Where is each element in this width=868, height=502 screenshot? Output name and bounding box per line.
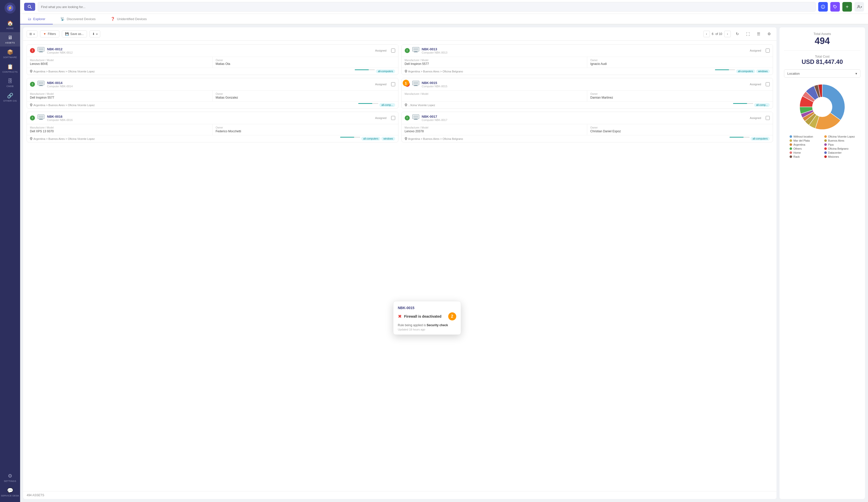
tab-unidentified[interactable]: ❓ Unidentified Devices [103, 14, 154, 24]
asset-card[interactable]: ! NBK-0016 Computer NBK-0016 Assigned Ma… [27, 112, 399, 142]
card-checkbox[interactable] [391, 82, 395, 86]
card-location: Argentina > Buenos Aires > Oficina Belgr… [405, 137, 463, 140]
tooltip-title: NBK-0015 [398, 306, 456, 310]
card-checkbox[interactable] [766, 82, 770, 86]
software-icon: 📦 [7, 49, 13, 55]
view-toggle-button[interactable]: ⊞ ▾ [27, 30, 38, 38]
card-title-wrap: NBK-0014 Computer NBK-0014 [47, 81, 373, 88]
list-view-button[interactable]: ☰ [754, 30, 762, 38]
sidebar-item-contracts[interactable]: 📋 CONTRACTS [0, 61, 20, 76]
card-footer: Argentina > Buenos Aires > Oficina Belgr… [402, 135, 773, 142]
asset-card[interactable]: ! NBK-0017 Computer NBK-0017 Assigned Ma… [401, 112, 773, 142]
app-logo: ⚡ [4, 2, 16, 13]
sidebar-item-software[interactable]: 📦 SOFTWARE [0, 47, 20, 61]
pagination: ‹ 6 of 10 › [703, 31, 731, 37]
asset-card[interactable]: ! NBK-0014 Computer NBK-0014 Assigned Ma… [27, 78, 399, 109]
card-checkbox[interactable] [391, 49, 395, 53]
card-header: ! NBK-0013 Computer NBK-0013 Assigned [402, 44, 773, 57]
grid-settings-button[interactable]: ⚙ [765, 30, 773, 38]
refresh-button[interactable]: ↻ [733, 30, 741, 38]
sidebar-item-cmdb[interactable]: 🗄 CMDB [0, 76, 20, 90]
svg-rect-30 [414, 119, 417, 119]
sidebar-label-service-desk: SERVICE DESK [1, 494, 19, 497]
user-button[interactable]: ▾ [855, 2, 864, 12]
card-status: Assigned [375, 83, 386, 86]
save-as-button[interactable]: 💾 Save as... [62, 30, 87, 38]
legend-item: Rack [789, 155, 820, 158]
legend-label: Datacenter [828, 151, 841, 154]
tag-bar [358, 103, 378, 104]
nav-tabs: 🗂 Explorer 📡 Discovered Devices ❓ Uniden… [20, 14, 868, 24]
asset-card[interactable]: ! 1 NBK-0015 Computer NBK-0015 Assigned … [401, 78, 773, 109]
tab-explorer[interactable]: 🗂 Explorer [20, 14, 53, 24]
legend-item: Oficina Belgrano [824, 147, 855, 150]
svg-rect-14 [414, 51, 417, 52]
asset-count-label: ASSETS [32, 493, 44, 497]
content-area: ⊞ ▾ ▼ Filters 💾 Save as... ⬇ ▾ ‹ [20, 24, 868, 502]
pie-chart-wrap: Without locationOficina Vicente LopezMar… [784, 82, 860, 158]
asset-tag: all-comp... [754, 103, 770, 107]
search-icon-button[interactable] [24, 3, 35, 11]
asset-tag: all-computers [376, 69, 395, 73]
legend-label: Buenos Aires [828, 139, 844, 142]
right-panel: Total Assets 494 Total Cost USD 81,447.4… [779, 28, 865, 499]
filters-label: Filters [48, 32, 56, 36]
tag-bar [355, 69, 375, 70]
legend-item: Argentina [789, 143, 820, 146]
sidebar-item-service-desk[interactable]: 💬 SERVICE DESK [0, 485, 20, 500]
legend-dot [789, 135, 792, 138]
download-icon: ⬇ [92, 32, 95, 36]
other-cis-icon: 🔗 [7, 93, 13, 99]
card-tags: all-comp... [358, 103, 395, 107]
card-checkbox[interactable] [391, 116, 395, 120]
card-footer: ...ficina Vicente Lopez all-comp... [402, 101, 773, 109]
service-desk-icon: 💬 [7, 488, 13, 493]
prev-page-button[interactable]: ‹ [703, 31, 710, 37]
tab-discovered[interactable]: 📡 Discovered Devices [53, 14, 103, 24]
card-status: Assigned [750, 83, 761, 86]
filters-button[interactable]: ▼ Filters [40, 30, 59, 38]
owner-label: Owner [590, 59, 770, 62]
sidebar-label-software: SOFTWARE [3, 56, 17, 59]
card-status: Assigned [750, 116, 761, 120]
device-icon [38, 81, 44, 88]
tag-button[interactable] [830, 2, 840, 12]
asset-card[interactable]: ! NBK-0013 Computer NBK-0013 Assigned Ma… [401, 44, 773, 75]
pie-chart [797, 82, 847, 132]
svg-line-3 [30, 8, 32, 9]
sidebar-item-other-cis[interactable]: 🔗 OTHER CIs [0, 90, 20, 105]
asset-tag: windows [381, 137, 395, 141]
svg-rect-27 [39, 119, 43, 120]
tag-bar [340, 137, 360, 137]
search-input[interactable] [41, 5, 813, 9]
info-button[interactable]: i [818, 2, 828, 12]
card-tags: all-computers [355, 69, 395, 73]
legend-item: Datacenter [824, 151, 855, 154]
owner-label: Owner [216, 59, 395, 62]
asset-card[interactable]: ! NBK-0012 Computer NBK-0012 Assigned Ma… [27, 44, 399, 75]
owner-label: Owner [216, 93, 395, 95]
card-body: Manufacturer / Model Lenovo 80VE Owner M… [27, 57, 398, 68]
asset-tag: all-computers [751, 137, 770, 141]
legend-item: Buenos Aires [824, 139, 855, 142]
sidebar-item-settings[interactable]: ⚙ SETTINGS [0, 470, 20, 485]
settings-icon: ⚙ [8, 473, 12, 479]
grid-icon: ⊞ [29, 32, 32, 36]
location-text: Argentina > Buenos Aires > Oficina Vicen… [33, 70, 95, 73]
location-dropdown[interactable]: Location ▾ [784, 69, 860, 78]
unidentified-icon: ❓ [111, 17, 115, 21]
sidebar-item-home[interactable]: 🏠 HOME [0, 18, 20, 32]
owner-value: Christian Daniel Espoz [590, 130, 770, 133]
card-checkbox[interactable] [766, 116, 770, 120]
card-checkbox[interactable] [766, 49, 770, 53]
sidebar-label-assets: ASSETS [5, 41, 15, 44]
add-button[interactable]: + [843, 2, 852, 12]
next-page-button[interactable]: › [724, 31, 731, 37]
svg-rect-23 [414, 85, 418, 86]
asset-toolbar: ⊞ ▾ ▼ Filters 💾 Save as... ⬇ ▾ ‹ [23, 28, 776, 41]
asset-tag: all-computers [361, 137, 380, 141]
sidebar-item-assets[interactable]: 🖥 ASSETS [0, 32, 20, 47]
download-button[interactable]: ⬇ ▾ [90, 30, 100, 38]
location-text: ...ficina Vicente Lopez [408, 104, 435, 107]
fullscreen-button[interactable]: ⛶ [744, 30, 752, 38]
